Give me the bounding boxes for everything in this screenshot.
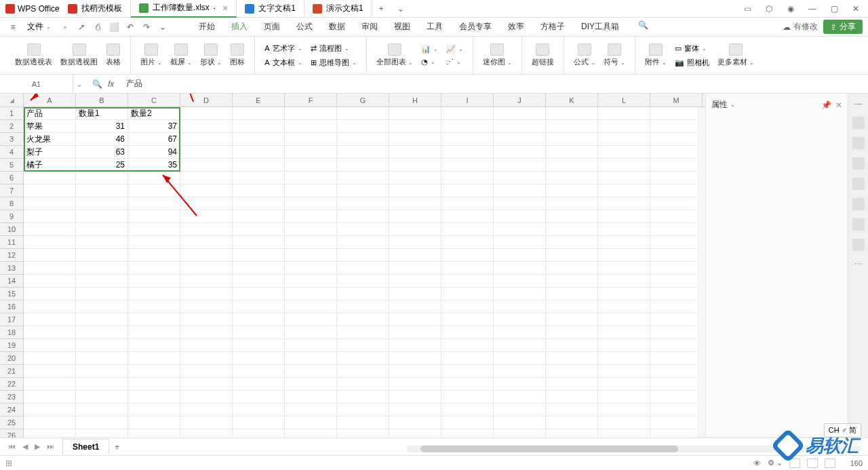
cell[interactable]: 苹果 bbox=[24, 120, 76, 133]
cell[interactable] bbox=[76, 378, 128, 391]
cell[interactable] bbox=[494, 416, 546, 429]
row-header[interactable]: 7 bbox=[0, 184, 23, 197]
cell[interactable] bbox=[128, 339, 180, 352]
cell[interactable] bbox=[650, 107, 703, 120]
row-header[interactable]: 12 bbox=[0, 249, 23, 262]
cell[interactable] bbox=[128, 365, 180, 378]
close-button[interactable]: ✕ bbox=[849, 2, 863, 16]
cells-grid[interactable]: 产品数量1数量2苹果3137火龙果4667梨子6394橘子2535 bbox=[24, 107, 703, 437]
row-header[interactable]: 14 bbox=[0, 275, 23, 288]
menu-tab-view[interactable]: 视图 bbox=[386, 18, 418, 37]
cell[interactable] bbox=[389, 120, 441, 133]
cell[interactable] bbox=[24, 391, 76, 404]
select-all-cell[interactable]: ◢ bbox=[0, 94, 24, 106]
cell[interactable] bbox=[494, 146, 546, 159]
last-sheet-button[interactable]: ⏭ bbox=[44, 442, 57, 451]
cell[interactable] bbox=[546, 404, 598, 416]
cell[interactable] bbox=[337, 429, 389, 437]
cell[interactable] bbox=[598, 172, 650, 184]
cell[interactable] bbox=[441, 326, 494, 339]
col-header-a[interactable]: A bbox=[24, 94, 76, 106]
collapse-icon[interactable]: — bbox=[854, 99, 863, 109]
first-sheet-button[interactable]: ⏮ bbox=[5, 442, 18, 451]
cell[interactable] bbox=[650, 365, 703, 378]
cell[interactable] bbox=[24, 365, 76, 378]
menu-tab-fanggezi[interactable]: 方格子 bbox=[532, 18, 573, 37]
cell[interactable] bbox=[494, 378, 546, 391]
backup-icon[interactable] bbox=[852, 178, 865, 190]
cell[interactable] bbox=[180, 210, 233, 223]
cell[interactable] bbox=[546, 146, 598, 159]
cell[interactable] bbox=[24, 262, 76, 275]
cell[interactable] bbox=[441, 404, 494, 416]
cell[interactable]: 梨子 bbox=[24, 146, 76, 159]
cell[interactable] bbox=[389, 391, 441, 404]
cell[interactable] bbox=[337, 300, 389, 313]
cell[interactable] bbox=[389, 378, 441, 391]
cell[interactable]: 25 bbox=[76, 159, 128, 172]
cell[interactable]: 46 bbox=[76, 133, 128, 146]
cell[interactable] bbox=[285, 249, 337, 262]
cell[interactable] bbox=[441, 365, 494, 378]
changes-indicator[interactable]: ☁ 有修改 bbox=[783, 21, 818, 33]
row-header[interactable]: 4 bbox=[0, 146, 23, 159]
cell[interactable] bbox=[76, 339, 128, 352]
screenshot-button[interactable]: 截屏 ⌄ bbox=[166, 37, 196, 74]
cell[interactable] bbox=[389, 365, 441, 378]
cell[interactable] bbox=[180, 107, 233, 120]
cell[interactable] bbox=[389, 172, 441, 184]
cell[interactable] bbox=[76, 313, 128, 326]
row-header[interactable]: 10 bbox=[0, 223, 23, 236]
cell[interactable] bbox=[598, 352, 650, 365]
cell[interactable] bbox=[285, 120, 337, 133]
cell[interactable] bbox=[546, 326, 598, 339]
cell[interactable] bbox=[180, 365, 233, 378]
row-header[interactable]: 21 bbox=[0, 365, 23, 378]
cell[interactable] bbox=[441, 429, 494, 437]
col-header-i[interactable]: I bbox=[441, 94, 494, 106]
cell[interactable] bbox=[389, 159, 441, 172]
settings-status-icon[interactable]: ⚙ ⌄ bbox=[768, 458, 783, 467]
cell[interactable] bbox=[650, 326, 703, 339]
cell[interactable] bbox=[389, 275, 441, 288]
cell[interactable] bbox=[180, 288, 233, 300]
cell[interactable] bbox=[494, 326, 546, 339]
row-header[interactable]: 1 bbox=[0, 107, 23, 120]
cell[interactable] bbox=[494, 184, 546, 197]
cell[interactable] bbox=[441, 391, 494, 404]
cell[interactable] bbox=[76, 275, 128, 288]
cell[interactable] bbox=[233, 326, 285, 339]
cell[interactable] bbox=[24, 275, 76, 288]
layer-icon[interactable] bbox=[852, 157, 865, 170]
cell[interactable] bbox=[389, 339, 441, 352]
cell[interactable] bbox=[389, 236, 441, 249]
cell[interactable] bbox=[441, 275, 494, 288]
cell[interactable] bbox=[494, 120, 546, 133]
cell[interactable] bbox=[650, 288, 703, 300]
zoom-value[interactable]: 160 bbox=[842, 459, 863, 467]
chevron-down-icon[interactable]: ⌄ bbox=[730, 102, 735, 108]
col-header-m[interactable]: M bbox=[650, 94, 703, 106]
cell[interactable] bbox=[598, 146, 650, 159]
cell[interactable] bbox=[128, 197, 180, 210]
pivot-table-button[interactable]: 数据透视表 bbox=[11, 37, 56, 74]
tab-spreadsheet[interactable]: 工作簿数量.xlsx · × bbox=[131, 0, 237, 18]
row-header[interactable]: 17 bbox=[0, 313, 23, 326]
cell[interactable]: 31 bbox=[76, 120, 128, 133]
cell[interactable] bbox=[546, 249, 598, 262]
symbol-button[interactable]: 符号 ⌄ bbox=[599, 37, 629, 74]
cell[interactable]: 94 bbox=[128, 146, 180, 159]
vertical-scrollbar[interactable] bbox=[697, 107, 705, 437]
cell[interactable] bbox=[389, 429, 441, 437]
cell[interactable] bbox=[180, 378, 233, 391]
cell[interactable] bbox=[598, 404, 650, 416]
cell[interactable] bbox=[285, 236, 337, 249]
cell[interactable] bbox=[285, 352, 337, 365]
cell[interactable] bbox=[233, 107, 285, 120]
cell[interactable] bbox=[180, 352, 233, 365]
row-header[interactable]: 24 bbox=[0, 404, 23, 416]
cell[interactable] bbox=[180, 262, 233, 275]
cell[interactable] bbox=[180, 146, 233, 159]
attachment-button[interactable]: 附件 ⌄ bbox=[641, 37, 671, 74]
cell[interactable] bbox=[233, 197, 285, 210]
